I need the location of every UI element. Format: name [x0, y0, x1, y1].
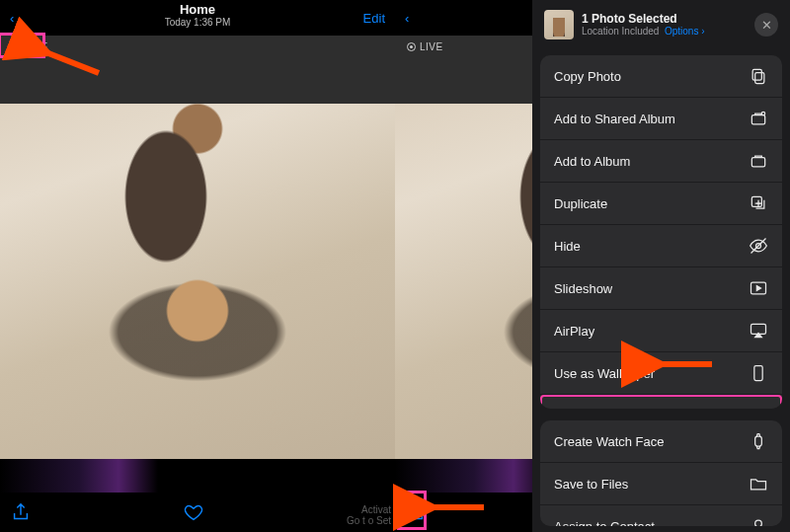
live-badge: LIVE — [6, 39, 54, 54]
album-icon — [749, 151, 768, 171]
nav-title: Home — [180, 2, 215, 17]
action-label: Save to Files — [554, 477, 628, 492]
action-label: Duplicate — [554, 196, 607, 211]
share-title: 1 Photo Selected — [582, 12, 747, 26]
close-button[interactable]: ✕ — [754, 13, 778, 37]
share-icon[interactable] — [10, 501, 32, 523]
share-icon[interactable] — [405, 501, 427, 523]
photo-view[interactable]: LIVE — [0, 36, 395, 459]
phone-screen-1: ‹ Home Today 1:36 PM Edit LIVE — [0, 0, 395, 532]
share-sheet: 1 Photo Selected Location Included Optio… — [532, 0, 790, 532]
back-button[interactable]: ‹ — [10, 11, 49, 26]
copy-icon — [749, 66, 768, 86]
action-label: Add to Shared Album — [554, 112, 675, 126]
back-button[interactable]: ‹ — [405, 11, 444, 26]
video-icon — [749, 406, 768, 409]
action-folder[interactable]: Save to Files — [540, 463, 782, 505]
action-label: Hide — [554, 239, 581, 254]
wallpaper-icon — [749, 363, 768, 383]
action-label: Use as Wallpaper — [554, 366, 655, 381]
action-contact[interactable]: Assign to Contact — [540, 505, 782, 526]
toolbar — [0, 493, 395, 532]
thumbnail-strip[interactable] — [0, 459, 395, 493]
action-label: Save as Video — [554, 409, 637, 410]
action-wallpaper[interactable]: Use as Wallpaper — [540, 352, 782, 395]
nav-subtitle: Today 1:36 PM — [0, 17, 395, 28]
options-link[interactable]: Options › — [665, 26, 705, 37]
contact-icon — [749, 516, 768, 526]
action-airplay[interactable]: AirPlay — [540, 310, 782, 352]
action-label: Add to Album — [554, 154, 630, 169]
hide-icon — [749, 236, 768, 256]
action-shared-album[interactable]: Add to Shared Album — [540, 98, 782, 140]
live-icon — [407, 42, 416, 51]
action-video[interactable]: Save as Video — [540, 395, 782, 409]
shared-album-icon — [749, 109, 768, 128]
action-duplicate[interactable]: Duplicate — [540, 183, 782, 225]
action-label: Assign to Contact — [554, 519, 655, 526]
play-icon — [749, 278, 768, 298]
live-badge: LIVE — [401, 39, 449, 54]
folder-icon — [749, 474, 768, 494]
action-hide[interactable]: Hide — [540, 225, 782, 267]
action-label: Create Watch Face — [554, 434, 665, 449]
action-album[interactable]: Add to Album — [540, 140, 782, 183]
action-group-2: Create Watch FaceSave to FilesAssign to … — [540, 420, 782, 526]
share-thumbnail — [544, 10, 574, 39]
action-copy[interactable]: Copy Photo — [540, 55, 782, 98]
action-play[interactable]: Slideshow — [540, 267, 782, 310]
favorite-icon[interactable] — [183, 501, 204, 523]
nav-bar: ‹ Home Today 1:36 PM Edit — [0, 0, 395, 36]
action-group-1: Copy PhotoAdd to Shared AlbumAdd to Albu… — [540, 55, 782, 409]
action-label: Copy Photo — [554, 69, 621, 84]
share-sheet-header: 1 Photo Selected Location Included Optio… — [532, 0, 790, 49]
edit-button[interactable]: Edit — [346, 11, 385, 26]
live-icon — [12, 42, 21, 51]
airplay-icon — [749, 321, 768, 341]
share-subtitle: Location Included Options › — [582, 26, 747, 38]
duplicate-icon — [749, 193, 768, 213]
watch-icon — [749, 431, 768, 451]
action-label: Slideshow — [554, 281, 612, 296]
action-watch[interactable]: Create Watch Face — [540, 420, 782, 463]
action-label: AirPlay — [554, 324, 594, 339]
